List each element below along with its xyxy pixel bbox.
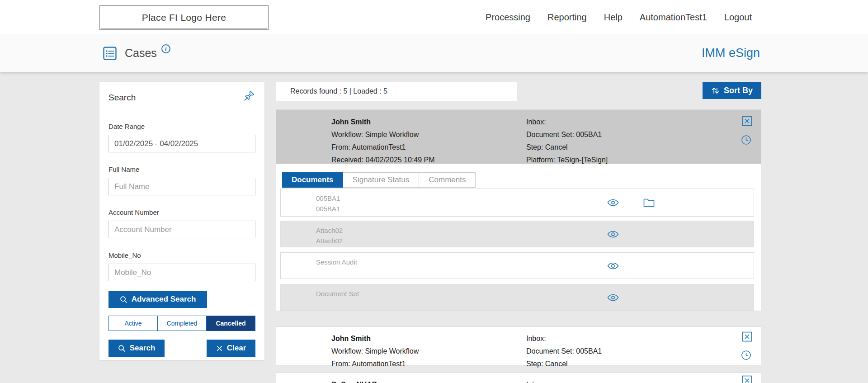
page-title-group: Cases i <box>103 34 170 72</box>
filter-tab-completed[interactable]: Completed <box>158 316 207 331</box>
view-document-eye-icon[interactable] <box>607 230 619 238</box>
document-row-session-audit: Session Audit <box>280 252 754 279</box>
document-row-labels: 005BA1 005BA1 <box>281 189 754 214</box>
case-step: Step: Cancel <box>526 141 608 154</box>
field-account-number: Account Number <box>108 208 255 238</box>
records-summary: Records found : 5 | Loaded : 5 <box>276 82 517 101</box>
field-mobile-no: Mobile_No <box>108 251 255 281</box>
cancel-case-icon[interactable] <box>742 331 752 342</box>
search-panel-title: Search <box>108 93 136 103</box>
records-summary-text: Records found : 5 | Loaded : 5 <box>290 87 387 95</box>
case-1-right-details: Inbox: Document Set: 005BA1 Step: Cancel… <box>526 116 608 166</box>
advanced-search-button[interactable]: Advanced Search <box>108 291 207 308</box>
case-from: From: AutomationTest1 <box>331 141 435 154</box>
pin-icon[interactable] <box>243 90 255 102</box>
clear-button[interactable]: Clear <box>207 340 255 357</box>
field-full-name: Full Name <box>108 165 255 195</box>
case-2-right-details: Inbox: Document Set: 005BA1 Step: Cancel <box>526 332 602 370</box>
case-document-set: Document Set: 005BA1 <box>526 128 608 141</box>
nav-logout[interactable]: Logout <box>724 12 752 23</box>
mobile-no-label: Mobile_No <box>108 251 255 259</box>
case-inbox: Inbox: <box>526 116 608 128</box>
case-card-3[interactable]: Dr.Sue NUAD Inbox: <box>276 373 761 383</box>
nav-user-automationtest1[interactable]: AutomationTest1 <box>640 12 707 23</box>
tab-documents[interactable]: Documents <box>282 172 343 188</box>
full-name-input[interactable] <box>108 178 255 195</box>
advanced-search-label: Advanced Search <box>132 295 196 304</box>
clear-button-label: Clear <box>227 344 246 353</box>
case-received: Received: 04/02/2025 10:49 PM <box>331 154 435 166</box>
info-icon[interactable]: i <box>161 44 170 53</box>
search-icon <box>118 345 126 352</box>
sort-arrows-icon <box>711 86 720 95</box>
document-row-attach02: Attach02 Attach02 <box>280 221 754 247</box>
nav-help[interactable]: Help <box>604 12 623 23</box>
case-card-1: John Smith Workflow: Simple Workflow Fro… <box>276 109 761 311</box>
tab-signature-status[interactable]: Signature Status <box>343 172 420 188</box>
view-document-eye-icon[interactable] <box>607 199 619 207</box>
cancel-case-icon[interactable] <box>742 116 752 126</box>
page-title: Cases <box>125 47 157 60</box>
case-1-header[interactable]: John Smith Workflow: Simple Workflow Fro… <box>276 110 761 164</box>
document-name: Attach02 <box>316 225 754 236</box>
case-1-tabs: Documents Signature Status Comments <box>282 172 761 188</box>
case-name: Dr.Sue NUAD <box>331 378 377 383</box>
case-name: John Smith <box>331 332 419 345</box>
clear-x-icon <box>216 345 223 352</box>
case-name: John Smith <box>331 116 435 128</box>
page-header: Cases i IMM eSign <box>0 34 868 72</box>
filter-tab-active[interactable]: Active <box>109 316 158 331</box>
case-3-left-details: Dr.Sue NUAD <box>331 378 377 383</box>
case-inbox: Inbox: <box>526 332 602 345</box>
sort-by-button[interactable]: Sort By <box>703 82 761 99</box>
cancel-case-icon[interactable] <box>742 375 752 383</box>
document-row-labels: Document Set <box>281 284 754 299</box>
view-document-eye-icon[interactable] <box>607 262 619 270</box>
search-button-label: Search <box>130 344 156 353</box>
case-step: Step: Cancel <box>526 358 602 370</box>
case-from: From: AutomationTest1 <box>331 358 419 370</box>
case-document-set: Document Set: 005BA1 <box>526 345 602 358</box>
document-row-document-set: Document Set <box>280 284 754 311</box>
top-header: Place FI Logo Here Processing Reporting … <box>0 0 868 34</box>
account-number-input[interactable] <box>108 221 255 238</box>
nav-processing[interactable]: Processing <box>486 12 530 23</box>
search-icon <box>120 296 127 303</box>
document-name: 005BA1 <box>316 193 754 203</box>
logo-text: Place FI Logo Here <box>142 12 226 23</box>
history-clock-icon[interactable] <box>741 350 751 360</box>
fi-logo-placeholder: Place FI Logo Here <box>99 5 269 30</box>
full-name-label: Full Name <box>108 165 255 173</box>
document-row-labels: Attach02 Attach02 <box>281 221 754 246</box>
cases-list-icon <box>103 47 117 60</box>
document-subname: Attach02 <box>316 236 754 246</box>
filter-tab-cancelled[interactable]: Cancelled <box>207 316 255 331</box>
search-panel: Search Date Range Full Name Account Numb… <box>99 82 264 360</box>
document-subname: 005BA1 <box>316 203 754 214</box>
search-button[interactable]: Search <box>108 340 165 357</box>
case-3-right-details: Inbox: <box>526 378 546 383</box>
field-date-range: Date Range <box>108 123 255 152</box>
top-nav: Processing Reporting Help AutomationTest… <box>486 0 752 34</box>
date-range-input[interactable] <box>108 135 255 152</box>
document-row-labels: Session Audit <box>281 253 754 267</box>
case-platform: Platform: TeSign-[TeSign] <box>526 154 608 166</box>
case-1-left-details: John Smith Workflow: Simple Workflow Fro… <box>331 116 435 166</box>
page: { "colors": { "accent_blue": "#0e60a9", … <box>0 0 868 383</box>
account-number-label: Account Number <box>108 208 255 216</box>
document-name: Document Set <box>316 288 754 299</box>
mobile-no-input[interactable] <box>108 264 255 281</box>
sort-by-label: Sort By <box>724 86 753 95</box>
case-card-2[interactable]: John Smith Workflow: Simple Workflow Fro… <box>276 326 761 365</box>
view-document-eye-icon[interactable] <box>607 293 619 301</box>
date-range-label: Date Range <box>108 123 255 130</box>
case-workflow: Workflow: Simple Workflow <box>331 345 419 358</box>
status-filter-tabs: Active Completed Cancelled <box>108 316 255 331</box>
folder-icon[interactable] <box>643 198 655 207</box>
case-2-left-details: John Smith Workflow: Simple Workflow Fro… <box>331 332 419 370</box>
brand-imm-esign: IMM eSign <box>702 34 760 72</box>
nav-reporting[interactable]: Reporting <box>547 12 587 23</box>
document-name: Session Audit <box>316 257 754 267</box>
history-clock-icon[interactable] <box>741 135 751 145</box>
tab-comments[interactable]: Comments <box>419 172 476 188</box>
